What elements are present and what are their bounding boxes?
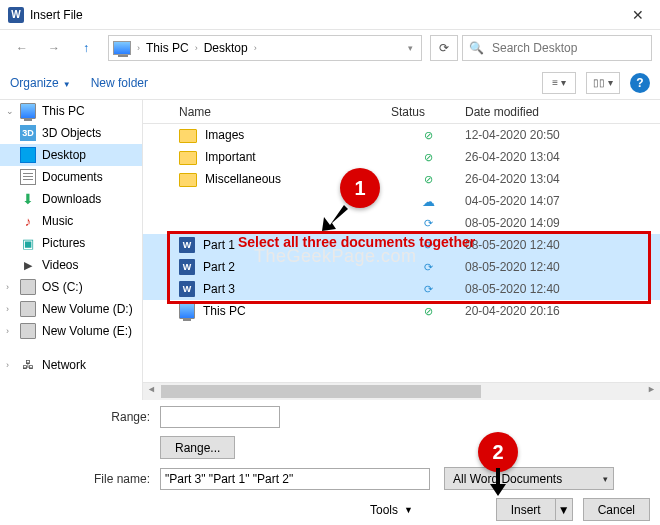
nav-music[interactable]: ♪Music <box>0 210 142 232</box>
preview-pane-button[interactable]: ▯▯ ▾ <box>586 72 620 94</box>
pc-icon <box>179 303 195 319</box>
tools-menu[interactable]: Tools▼ <box>370 503 413 517</box>
filetype-combo[interactable]: All Word Documents <box>444 467 614 490</box>
navigation-row: ← → ↑ › This PC › Desktop › ▾ ⟳ 🔍 <box>0 30 660 66</box>
file-date: 20-04-2020 20:16 <box>465 304 660 318</box>
videos-icon: ▶ <box>20 257 36 273</box>
disk-icon <box>20 279 36 295</box>
window-title: Insert File <box>30 8 624 22</box>
insert-splitbutton[interactable]: Insert ▼ <box>496 498 573 521</box>
search-icon: 🔍 <box>469 41 484 55</box>
filename-input[interactable] <box>160 468 430 490</box>
file-name: This PC <box>203 304 246 318</box>
nav-desktop[interactable]: Desktop <box>0 144 142 166</box>
breadcrumb-location[interactable]: Desktop <box>200 41 252 55</box>
documents-icon <box>20 169 36 185</box>
address-bar[interactable]: › This PC › Desktop › ▾ <box>108 35 422 61</box>
nav-vole[interactable]: ›New Volume (E:) <box>0 320 142 342</box>
filename-label: File name: <box>10 472 160 486</box>
file-row[interactable]: This PC⊘20-04-2020 20:16 <box>143 300 660 322</box>
file-name: Miscellaneous <box>205 172 281 186</box>
horizontal-scrollbar[interactable] <box>143 382 660 400</box>
pc-icon <box>20 103 36 119</box>
file-list[interactable]: Images⊘12-04-2020 20:50Important⊘26-04-2… <box>143 124 660 322</box>
file-row[interactable]: Miscellaneous⊘26-04-2020 13:04 <box>143 168 660 190</box>
downloads-icon: ⬇ <box>20 191 36 207</box>
search-box[interactable]: 🔍 <box>462 35 652 61</box>
status-ok-icon: ⊘ <box>424 305 433 318</box>
file-date: 08-05-2020 12:40 <box>465 260 660 274</box>
address-dropdown[interactable]: ▾ <box>404 43 417 53</box>
nav-documents[interactable]: Documents <box>0 166 142 188</box>
file-name: Part 3 <box>203 282 235 296</box>
chevron-right-icon: › <box>252 43 259 53</box>
file-row[interactable]: WPart 3⟳08-05-2020 12:40 <box>143 278 660 300</box>
file-date: 08-05-2020 14:09 <box>465 216 660 230</box>
file-row[interactable]: Images⊘12-04-2020 20:50 <box>143 124 660 146</box>
view-details-button[interactable]: ≡ ▾ <box>542 72 576 94</box>
nav-downloads[interactable]: ⬇Downloads <box>0 188 142 210</box>
disk-icon <box>20 323 36 339</box>
file-row[interactable]: WPart 2⟳08-05-2020 12:40 <box>143 256 660 278</box>
nav-osc[interactable]: ›OS (C:) <box>0 276 142 298</box>
status-sync-icon: ⟳ <box>424 261 433 274</box>
file-browser-body: ⌄This PC 3D3D Objects Desktop Documents … <box>0 100 660 400</box>
bottom-panel: Range: Range... File name: All Word Docu… <box>0 400 660 525</box>
nav-pictures[interactable]: ▣Pictures <box>0 232 142 254</box>
col-name[interactable]: Name <box>143 105 391 119</box>
chevron-right-icon: › <box>135 43 142 53</box>
file-row[interactable]: Important⊘26-04-2020 13:04 <box>143 146 660 168</box>
close-button[interactable]: ✕ <box>624 3 652 27</box>
file-date: 04-05-2020 14:07 <box>465 194 660 208</box>
folder-icon <box>179 151 197 165</box>
file-name: Part 2 <box>203 260 235 274</box>
folder-icon <box>179 173 197 187</box>
help-button[interactable]: ? <box>630 73 650 93</box>
search-input[interactable] <box>490 40 645 56</box>
nav-3dobjects[interactable]: 3D3D Objects <box>0 122 142 144</box>
nav-videos[interactable]: ▶Videos <box>0 254 142 276</box>
col-date[interactable]: Date modified <box>465 105 660 119</box>
cancel-button[interactable]: Cancel <box>583 498 650 521</box>
status-sync-icon: ⟳ <box>424 283 433 296</box>
toolbar: Organize▼ New folder ≡ ▾ ▯▯ ▾ ? <box>0 66 660 100</box>
navigation-pane: ⌄This PC 3D3D Objects Desktop Documents … <box>0 100 143 400</box>
3d-icon: 3D <box>20 125 36 141</box>
up-button[interactable]: ↑ <box>72 35 100 61</box>
nav-thispc[interactable]: ⌄This PC <box>0 100 142 122</box>
file-list-pane: Name Status Date modified Images⊘12-04-2… <box>143 100 660 400</box>
titlebar: W Insert File ✕ <box>0 0 660 30</box>
file-date: 12-04-2020 20:50 <box>465 128 660 142</box>
word-doc-icon: W <box>179 237 195 253</box>
file-row[interactable]: ☁04-05-2020 14:07 <box>143 190 660 212</box>
organize-menu[interactable]: Organize▼ <box>10 76 71 90</box>
status-ok-icon: ⊘ <box>424 151 433 164</box>
range-button[interactable]: Range... <box>160 436 235 459</box>
pc-icon <box>113 41 131 55</box>
insert-dropdown[interactable]: ▼ <box>555 498 573 521</box>
breadcrumb-thispc[interactable]: This PC <box>142 41 193 55</box>
file-name: Images <box>205 128 244 142</box>
forward-button[interactable]: → <box>40 35 68 61</box>
file-row[interactable]: ⟳08-05-2020 14:09 <box>143 212 660 234</box>
insert-button[interactable]: Insert <box>496 498 555 521</box>
annotation-text: Select all three documents together <box>238 234 475 250</box>
network-icon: 🖧 <box>20 357 36 373</box>
nav-network[interactable]: ›🖧Network <box>0 354 142 376</box>
scroll-thumb[interactable] <box>161 385 481 398</box>
word-doc-icon: W <box>179 281 195 297</box>
disk-icon <box>20 301 36 317</box>
refresh-button[interactable]: ⟳ <box>430 35 458 61</box>
file-date: 26-04-2020 13:04 <box>465 172 660 186</box>
status-sync-icon: ⟳ <box>424 217 433 230</box>
col-status[interactable]: Status <box>391 105 465 119</box>
range-label: Range: <box>10 410 160 424</box>
back-button[interactable]: ← <box>8 35 36 61</box>
status-ok-icon: ⊘ <box>424 173 433 186</box>
range-input[interactable] <box>160 406 280 428</box>
desktop-icon <box>20 147 36 163</box>
chevron-right-icon: › <box>193 43 200 53</box>
file-date: 08-05-2020 12:40 <box>465 238 660 252</box>
newfolder-button[interactable]: New folder <box>91 76 148 90</box>
nav-vold[interactable]: ›New Volume (D:) <box>0 298 142 320</box>
